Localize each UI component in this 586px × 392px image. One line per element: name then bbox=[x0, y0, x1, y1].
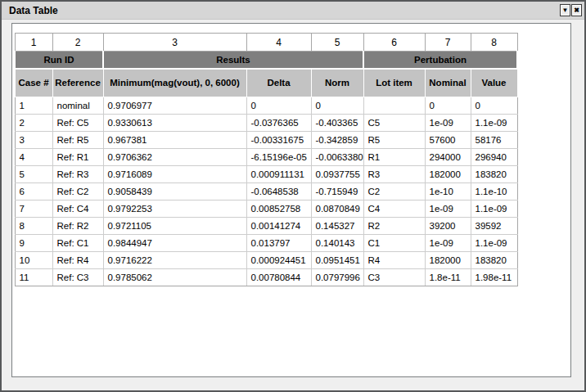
cell-r7-c5[interactable]: 0.0870849 bbox=[311, 201, 363, 218]
cell-r9-c2[interactable]: Ref: C1 bbox=[52, 235, 103, 252]
column-number-2[interactable]: 2 bbox=[52, 34, 103, 52]
cell-r1-c8[interactable]: 0 bbox=[471, 97, 517, 115]
cell-r3-c8[interactable]: 58176 bbox=[471, 132, 517, 149]
cell-r3-c5[interactable]: -0.342859 bbox=[311, 132, 363, 149]
cell-r5-c2[interactable]: Ref: R3 bbox=[52, 166, 103, 183]
cell-r5-c4[interactable]: 0.000911131 bbox=[246, 166, 311, 183]
cell-r6-c8[interactable]: 1.1e-10 bbox=[471, 183, 517, 201]
cell-r6-c2[interactable]: Ref: C2 bbox=[52, 183, 103, 201]
column-number-8[interactable]: 8 bbox=[471, 34, 517, 52]
column-header-1: Case # bbox=[15, 69, 52, 97]
cell-r8-c5[interactable]: 0.145327 bbox=[311, 218, 363, 235]
cell-r1-c6[interactable] bbox=[363, 97, 425, 115]
cell-r5-c7[interactable]: 182000 bbox=[425, 166, 471, 183]
cell-r4-c7[interactable]: 294000 bbox=[425, 149, 471, 166]
cell-r2-c5[interactable]: -0.403365 bbox=[311, 115, 363, 132]
window-titlebar[interactable]: Data Table ▼ ✖ bbox=[2, 2, 584, 20]
cell-r10-c7[interactable]: 182000 bbox=[425, 252, 471, 269]
column-number-7[interactable]: 7 bbox=[425, 34, 471, 52]
cell-r6-c4[interactable]: -0.0648538 bbox=[246, 183, 311, 201]
cell-r10-c3[interactable]: 0.9716222 bbox=[103, 252, 246, 269]
cell-r3-c6[interactable]: R5 bbox=[363, 132, 425, 149]
cell-r6-c3[interactable]: 0.9058439 bbox=[103, 183, 246, 201]
cell-r10-c8[interactable]: 183820 bbox=[471, 252, 517, 269]
cell-r2-c6[interactable]: C5 bbox=[363, 115, 425, 132]
cell-r4-c3[interactable]: 0.9706362 bbox=[103, 149, 246, 166]
close-button[interactable]: ✖ bbox=[571, 4, 582, 16]
cell-r5-c5[interactable]: 0.0937755 bbox=[311, 166, 363, 183]
cell-r4-c2[interactable]: Ref: R1 bbox=[52, 149, 103, 166]
cell-r8-c4[interactable]: 0.00141274 bbox=[246, 218, 311, 235]
cell-r8-c8[interactable]: 39592 bbox=[471, 218, 517, 235]
cell-r7-c3[interactable]: 0.9792253 bbox=[103, 201, 246, 218]
cell-r1-c2[interactable]: nominal bbox=[52, 97, 103, 115]
cell-r2-c7[interactable]: 1e-09 bbox=[425, 115, 471, 132]
cell-r7-c6[interactable]: C4 bbox=[363, 201, 425, 218]
cell-r4-c1[interactable]: 4 bbox=[15, 149, 52, 166]
cell-r2-c1[interactable]: 2 bbox=[15, 115, 52, 132]
column-number-3[interactable]: 3 bbox=[103, 34, 246, 52]
cell-r8-c6[interactable]: R2 bbox=[363, 218, 425, 235]
cell-r10-c6[interactable]: R4 bbox=[363, 252, 425, 269]
cell-r9-c4[interactable]: 0.013797 bbox=[246, 235, 311, 252]
cell-r4-c4[interactable]: -6.15196e-05 bbox=[246, 149, 311, 166]
cell-r1-c4[interactable]: 0 bbox=[246, 97, 311, 115]
cell-r5-c1[interactable]: 5 bbox=[15, 166, 52, 183]
cell-r11-c4[interactable]: 0.00780844 bbox=[246, 269, 311, 286]
cell-r9-c8[interactable]: 1.1e-09 bbox=[471, 235, 517, 252]
cell-r11-c2[interactable]: Ref: C3 bbox=[52, 269, 103, 286]
cell-r1-c7[interactable]: 0 bbox=[425, 97, 471, 115]
cell-r10-c1[interactable]: 10 bbox=[15, 252, 52, 269]
cell-r3-c3[interactable]: 0.967381 bbox=[103, 132, 246, 149]
column-number-5[interactable]: 5 bbox=[311, 34, 363, 52]
cell-r9-c1[interactable]: 9 bbox=[15, 235, 52, 252]
cell-r1-c1[interactable]: 1 bbox=[15, 97, 52, 115]
cell-r4-c6[interactable]: R1 bbox=[363, 149, 425, 166]
cell-r4-c5[interactable]: -0.00633807 bbox=[311, 149, 363, 166]
cell-r11-c7[interactable]: 1.8e-11 bbox=[425, 269, 471, 286]
cell-r8-c2[interactable]: Ref: R2 bbox=[52, 218, 103, 235]
column-number-6[interactable]: 6 bbox=[363, 34, 425, 52]
cell-r9-c7[interactable]: 1e-09 bbox=[425, 235, 471, 252]
cell-r4-c8[interactable]: 296940 bbox=[471, 149, 517, 166]
cell-r6-c7[interactable]: 1e-10 bbox=[425, 183, 471, 201]
cell-r5-c8[interactable]: 183820 bbox=[471, 166, 517, 183]
cell-r9-c6[interactable]: C1 bbox=[363, 235, 425, 252]
cell-r3-c2[interactable]: Ref: R5 bbox=[52, 132, 103, 149]
cell-r2-c8[interactable]: 1.1e-09 bbox=[471, 115, 517, 132]
cell-r7-c8[interactable]: 1.1e-09 bbox=[471, 201, 517, 218]
column-number-4[interactable]: 4 bbox=[246, 34, 311, 52]
cell-r2-c4[interactable]: -0.0376365 bbox=[246, 115, 311, 132]
column-number-1[interactable]: 1 bbox=[15, 34, 52, 52]
cell-r11-c5[interactable]: 0.0797996 bbox=[311, 269, 363, 286]
cell-r6-c6[interactable]: C2 bbox=[363, 183, 425, 201]
cell-r1-c3[interactable]: 0.9706977 bbox=[103, 97, 246, 115]
cell-r7-c1[interactable]: 7 bbox=[15, 201, 52, 218]
cell-r11-c8[interactable]: 1.98e-11 bbox=[471, 269, 517, 286]
cell-r11-c3[interactable]: 0.9785062 bbox=[103, 269, 246, 286]
cell-r2-c3[interactable]: 0.9330613 bbox=[103, 115, 246, 132]
cell-r5-c3[interactable]: 0.9716089 bbox=[103, 166, 246, 183]
cell-r3-c1[interactable]: 3 bbox=[15, 132, 52, 149]
cell-r3-c7[interactable]: 57600 bbox=[425, 132, 471, 149]
cell-r3-c4[interactable]: -0.00331675 bbox=[246, 132, 311, 149]
cell-r5-c6[interactable]: R3 bbox=[363, 166, 425, 183]
cell-r7-c4[interactable]: 0.00852758 bbox=[246, 201, 311, 218]
cell-r9-c3[interactable]: 0.9844947 bbox=[103, 235, 246, 252]
cell-r11-c6[interactable]: C3 bbox=[363, 269, 425, 286]
cell-r7-c2[interactable]: Ref: C4 bbox=[52, 201, 103, 218]
cell-r10-c5[interactable]: 0.0951451 bbox=[311, 252, 363, 269]
cell-r6-c1[interactable]: 6 bbox=[15, 183, 52, 201]
cell-r8-c7[interactable]: 39200 bbox=[425, 218, 471, 235]
cell-r1-c5[interactable]: 0 bbox=[311, 97, 363, 115]
cell-r10-c4[interactable]: 0.000924451 bbox=[246, 252, 311, 269]
cell-r8-c3[interactable]: 0.9721105 bbox=[103, 218, 246, 235]
cell-r10-c2[interactable]: Ref: R4 bbox=[52, 252, 103, 269]
cell-r2-c2[interactable]: Ref: C5 bbox=[52, 115, 103, 132]
cell-r11-c1[interactable]: 11 bbox=[15, 269, 52, 286]
cell-r6-c5[interactable]: -0.715949 bbox=[311, 183, 363, 201]
cell-r9-c5[interactable]: 0.140143 bbox=[311, 235, 363, 252]
cell-r7-c7[interactable]: 1e-09 bbox=[425, 201, 471, 218]
collapse-button[interactable]: ▼ bbox=[560, 4, 570, 16]
cell-r8-c1[interactable]: 8 bbox=[15, 218, 52, 235]
